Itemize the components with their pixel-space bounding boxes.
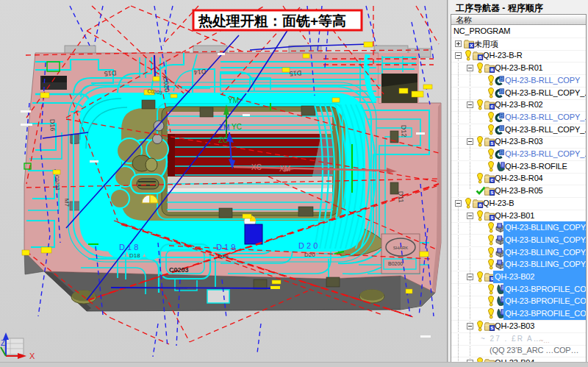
svg-text:X: X — [29, 352, 35, 360]
svg-text:YM: YM — [228, 96, 239, 104]
svg-text:D11: D11 — [397, 191, 405, 203]
svg-text:C0203: C0203 — [54, 175, 60, 190]
svg-text:YC: YC — [232, 123, 242, 131]
svg-text:ZM: ZM — [219, 124, 229, 132]
svg-text:D15: D15 — [104, 69, 116, 77]
svg-text:s: s — [490, 213, 493, 220]
svg-text:D14: D14 — [193, 68, 206, 76]
svg-text:e: e — [490, 103, 493, 110]
svg-text:s: s — [490, 140, 493, 146]
svg-text:D12: D12 — [400, 125, 408, 138]
svg-text:D 2 0: D 2 0 — [298, 241, 318, 250]
svg-text:D20: D20 — [304, 252, 315, 258]
svg-text:D 1 9: D 1 9 — [216, 243, 235, 252]
svg-text:D15: D15 — [289, 69, 301, 77]
svg-text:D18: D18 — [129, 252, 140, 259]
svg-text:e: e — [490, 177, 493, 183]
svg-text:XM: XM — [279, 165, 290, 173]
svg-text:M7: M7 — [63, 199, 71, 207]
svg-text:D 1 8: D 1 8 — [119, 243, 138, 252]
svg-text:C0203: C0203 — [169, 266, 189, 274]
svg-text:s: s — [490, 189, 493, 196]
svg-text:D16: D16 — [49, 119, 57, 132]
svg-text:Z: Z — [1, 339, 5, 347]
svg-text:B0200: B0200 — [388, 261, 403, 266]
svg-text:D19: D19 — [218, 253, 229, 260]
svg-text:ZC: ZC — [218, 136, 228, 144]
svg-text:s: s — [490, 324, 493, 331]
svg-text:热处理开粗：面铣+等高: 热处理开粗：面铣+等高 — [198, 13, 346, 29]
svg-text:XC: XC — [251, 163, 262, 171]
